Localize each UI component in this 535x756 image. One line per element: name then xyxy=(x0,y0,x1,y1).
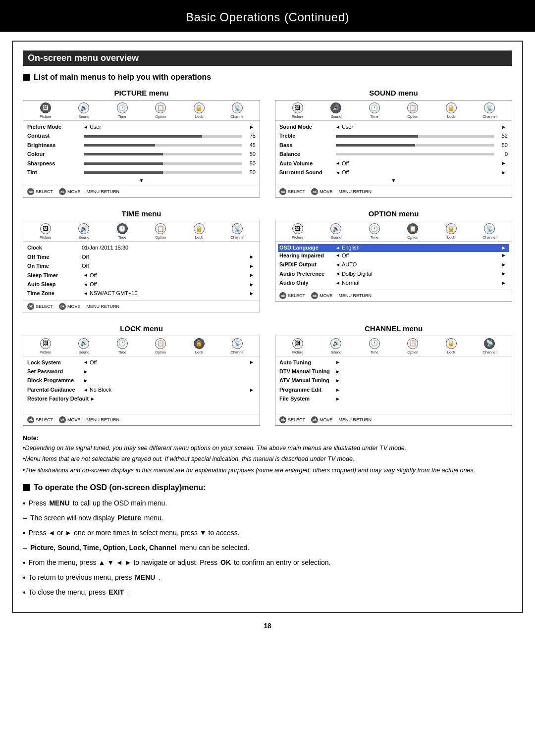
page-title-continued: (Continued) xyxy=(284,10,349,24)
sound-icon-sound: 🔊 Sound xyxy=(327,102,345,119)
channel-menu-icons: 🖼 Picture 🔊 Sound 🕐 Time 📋 Option xyxy=(275,336,512,356)
option-icon-time: 🕐 Time xyxy=(366,223,383,240)
osd-item-3: Press ◄ or ► one or more times to select… xyxy=(23,528,512,539)
time-icon-picture: 🖼 Picture xyxy=(37,223,54,240)
time-menu-icons: 🖼 Picture 🔊 Sound 🕐 Time 📋 Option xyxy=(23,221,260,242)
option-menu-icons: 🖼 Picture 🔊 Sound 🕐 Time 📋 Option xyxy=(275,221,512,242)
picture-row-colour: Colour 50 xyxy=(27,151,256,158)
sound-row-treble: Treble 52 xyxy=(279,132,508,140)
section-header: On-screen menu overview xyxy=(23,50,512,66)
page-title: Basic Operations xyxy=(186,10,280,24)
picture-menu-rows: Picture Mode ◄ User ► Contrast 75 Bright… xyxy=(23,121,260,186)
note-label: Note: xyxy=(23,435,512,442)
page-number: 18 xyxy=(0,622,535,630)
time-row-clock: Clock 01/Jan /2011 15:30 xyxy=(27,244,256,252)
lock-menu-title: LOCK menu xyxy=(23,324,260,333)
time-row-timezone: Time Zone ◄ NSW/ACT GMT+10 ► xyxy=(27,290,256,297)
channel-menu-title: CHANNEL menu xyxy=(275,324,512,333)
sound-icon-picture: 🖼 Picture xyxy=(289,102,307,119)
option-menu-section: OPTION menu 🖼 Picture 🔊 Sound 🕐 Time xyxy=(275,209,512,312)
sound-row-surround: Surround Sound ◄ Off ► xyxy=(279,169,508,176)
channel-icon-sound: 🔊 Sound xyxy=(327,338,345,354)
lock-menu-box: 🖼 Picture 🔊 Sound 🕐 Time 📋 Option xyxy=(23,336,260,426)
sound-menu-rows: Sound Mode ◄ User ► Treble 52 Bass 50 xyxy=(275,121,512,186)
note-item-2: •Menu items that are not selectable are … xyxy=(23,454,512,464)
note-section: Note: •Depending on the signal tuned, yo… xyxy=(23,435,512,475)
time-menu-footer: ok SELECT ok MOVE MENU RETURN xyxy=(23,301,260,312)
lock-menu-icons: 🖼 Picture 🔊 Sound 🕐 Time 📋 Option xyxy=(23,336,260,356)
picture-menu-section: PICTURE menu 🖼 Picture 🔊 Sound 🕐 Time xyxy=(23,89,260,198)
picture-icon-lock: 🔒 Lock xyxy=(190,102,208,119)
option-icon-option: 📋 Option xyxy=(404,223,422,240)
lock-icon-option: 📋 Option xyxy=(152,338,169,354)
picture-menu-footer: ok SELECT ok MOVE MENU RETURN xyxy=(23,186,260,197)
option-row-osd: OSD Language ◄ English ► xyxy=(278,244,509,252)
picture-row-contrast: Contrast 75 xyxy=(27,132,256,140)
time-row-offtime: Off Time Off ► xyxy=(27,253,256,261)
channel-row-filesystem: File System ► xyxy=(279,395,508,403)
sound-row-mode: Sound Mode ◄ User ► xyxy=(279,123,508,131)
lock-row-password: Set Password ► xyxy=(27,368,256,375)
lock-menu-rows: Lock System ◄ Off ► Set Password ► Block… xyxy=(23,356,260,406)
osd-title: To operate the OSD (on-screen display)me… xyxy=(23,483,512,492)
option-row-audioonly: Audio Only ◄ Normal ► xyxy=(279,279,508,287)
option-row-audiopref: Audio Preference ◄ Dolby Digital ► xyxy=(279,270,508,278)
option-icon-lock: 🔒 Lock xyxy=(442,223,460,240)
lock-row-block: Block Programme ► xyxy=(27,377,256,384)
picture-icon-sound: 🔊 Sound xyxy=(75,102,93,119)
time-menu-title: TIME menu xyxy=(23,209,260,218)
menus-grid: PICTURE menu 🖼 Picture 🔊 Sound 🕐 Time xyxy=(23,89,512,426)
lock-row-system: Lock System ◄ Off ► xyxy=(27,359,256,366)
option-menu-box: 🖼 Picture 🔊 Sound 🕐 Time 📋 Option xyxy=(275,221,512,302)
picture-row-tint: Tint 50 xyxy=(27,169,256,176)
time-icon-channel: 📡 Channel xyxy=(228,223,246,240)
channel-menu-section: CHANNEL menu 🖼 Picture 🔊 Sound 🕐 Time xyxy=(275,324,512,426)
sound-menu-box: 🖼 Picture 🔊 Sound 🕐 Time 📋 Option xyxy=(275,100,512,198)
lock-icon-picture: 🖼 Picture xyxy=(37,338,54,354)
picture-icon-picture: 🖼 Picture xyxy=(37,102,54,119)
option-icon-channel: 📡 Channel xyxy=(481,223,498,240)
channel-row-progedit: Programme Edit ► xyxy=(279,386,508,394)
picture-row-brightness: Brightness 45 xyxy=(27,142,256,149)
channel-row-autotuning: Auto Tuning ► xyxy=(279,359,508,366)
sound-icon-option: 📋 Option xyxy=(404,102,422,119)
time-menu-box: 🖼 Picture 🔊 Sound 🕐 Time 📋 Option xyxy=(23,221,260,312)
osd-section: To operate the OSD (on-screen display)me… xyxy=(23,483,512,599)
option-menu-title: OPTION menu xyxy=(275,209,512,218)
picture-row-mode: Picture Mode ◄ User ► xyxy=(27,123,256,131)
lock-icon-time: 🕐 Time xyxy=(113,338,131,354)
picture-icon-option: 📋 Option xyxy=(152,102,169,119)
time-icon-lock: 🔒 Lock xyxy=(190,223,208,240)
time-row-autosleep: Auto Sleep ◄ Off ► xyxy=(27,281,256,288)
picture-icon-time: 🕐 Time xyxy=(113,102,131,119)
sound-icon-channel: 📡 Channel xyxy=(481,102,498,119)
sound-menu-title: SOUND menu xyxy=(275,89,512,97)
time-menu-section: TIME menu 🖼 Picture 🔊 Sound 🕐 Time xyxy=(23,209,260,312)
picture-row-sharpness: Sharpness 50 xyxy=(27,160,256,167)
page-header: Basic Operations (Continued) xyxy=(0,0,535,32)
option-menu-rows: OSD Language ◄ English ► Hearing Impaire… xyxy=(275,242,512,290)
time-icon-time: 🕐 Time xyxy=(113,223,131,240)
lock-row-parental: Parental Guidance ◄ No Block ► xyxy=(27,386,256,394)
sound-row-autovol: Auto Volume ◄ Off ► xyxy=(279,160,508,167)
time-row-sleep: Sleep Timer ◄ Off ► xyxy=(27,272,256,279)
osd-item-4: Picture, Sound, Time, Option, Lock, Chan… xyxy=(23,543,512,554)
channel-icon-option: 📋 Option xyxy=(404,338,422,354)
sound-menu-section: SOUND menu 🖼 Picture 🔊 Sound 🕐 Time xyxy=(275,89,512,198)
option-row-hearing: Hearing Impaired ◄ Off ► xyxy=(279,252,508,259)
channel-icon-lock: 🔒 Lock xyxy=(442,338,460,354)
channel-row-dtvmanual: DTV Manual Tuning ► xyxy=(279,368,508,375)
lock-row-restore: Restore Factory Default ► xyxy=(27,395,256,403)
lock-icon-channel: 📡 Channel xyxy=(228,338,246,354)
time-icon-option: 📋 Option xyxy=(152,223,169,240)
osd-item-1: Press MENU to call up the OSD main menu. xyxy=(23,498,512,509)
option-row-spdif: S/PDIF Output ◄ AUTO ► xyxy=(279,261,508,268)
time-icon-sound: 🔊 Sound xyxy=(75,223,93,240)
sound-row-balance: Balance 0 xyxy=(279,151,508,158)
lock-menu-section: LOCK menu 🖼 Picture 🔊 Sound 🕐 Time xyxy=(23,324,260,426)
channel-icon-channel: 📡 Channel xyxy=(481,338,498,354)
osd-list: Press MENU to call up the OSD main menu.… xyxy=(23,498,512,599)
channel-icon-picture: 🖼 Picture xyxy=(289,338,307,354)
channel-menu-footer: ok SELECT ok MOVE MENU RETURN xyxy=(275,414,512,425)
black-square-icon xyxy=(23,74,30,81)
